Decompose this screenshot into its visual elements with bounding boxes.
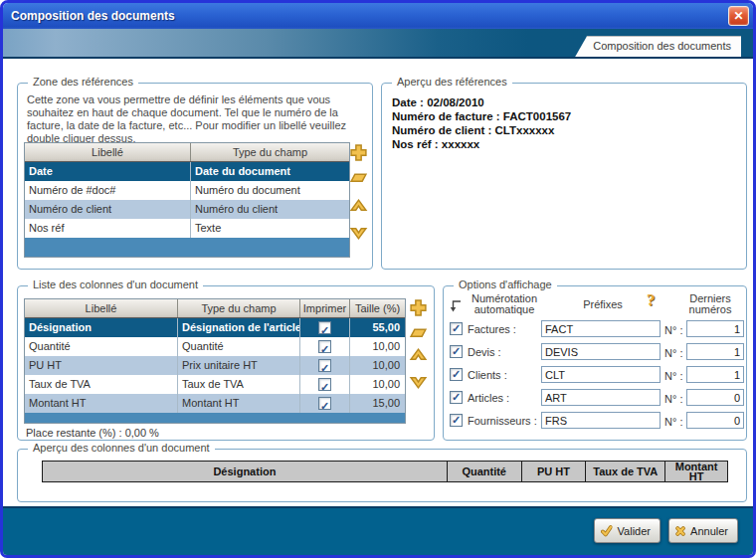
window-title: Composition des documents	[3, 9, 175, 23]
cell-type: Numéro du client	[190, 200, 349, 219]
clients-checkbox check-icon[interactable]	[450, 368, 463, 381]
references-table-header: Libellé Type du champ	[25, 143, 349, 162]
cell-libelle: Nos réf	[25, 219, 190, 238]
preview-col-pu-ht: PU HT	[521, 462, 586, 481]
remove-row-button minus-icon[interactable]	[349, 171, 368, 184]
valider-button[interactable]: Valider	[594, 518, 661, 543]
factures-prefix-input[interactable]	[541, 320, 661, 337]
col-header-type-du-champ: Type du champ	[177, 299, 299, 317]
clients-label: Clients :	[468, 368, 539, 383]
cell-libelle: Numéro de client	[25, 200, 190, 219]
print-checkbox check-icon[interactable]	[318, 378, 331, 391]
header-prefixes: Préfixes	[563, 299, 643, 310]
table-row[interactable]: Montant HT Montant HT 15,00	[25, 394, 405, 413]
articles-prefix-input[interactable]	[541, 389, 661, 406]
table-row[interactable]: Numéro de client Numéro du client	[25, 200, 349, 219]
group-zone-references: Zone des références Cette zone va vous p…	[17, 83, 373, 270]
references-table: Libellé Type du champ Date Date du docum…	[24, 142, 350, 258]
group-liste-colonnes-title: Liste des colonnes d'un document	[28, 279, 203, 290]
move-column-down-button down-chevron-icon[interactable]	[409, 372, 428, 391]
preview-line-numero-facture: Numéro de facture : FACT001567	[392, 109, 571, 123]
tab-composition-des-documents[interactable]: Composition des documents	[575, 36, 741, 57]
articles-number-input[interactable]	[686, 389, 744, 406]
check-icon	[601, 522, 613, 539]
columns-table-header: Libellé Type du champ Imprimer Taille (%…	[25, 299, 405, 318]
col-header-type-du-champ: Type du champ	[190, 143, 349, 161]
table-row[interactable]: Taux de TVA Taux de TVA 10,00	[25, 375, 405, 394]
close-button[interactable]: ✕	[728, 6, 749, 26]
numero-label: N° :	[664, 369, 682, 384]
cell-type: Date du document	[190, 162, 349, 181]
cell-type: Désignation de l'article	[177, 318, 299, 337]
add-column-button plus-icon[interactable]	[409, 298, 428, 317]
move-down-button down-chevron-icon[interactable]	[349, 223, 368, 242]
table-filler	[25, 238, 349, 257]
clients-number-input[interactable]	[686, 366, 744, 383]
annuler-button[interactable]: Annuler	[668, 518, 738, 543]
cell-libelle: Désignation	[25, 318, 177, 337]
fournisseurs-number-input[interactable]	[686, 412, 744, 429]
table-row[interactable]: Date Date du document	[25, 162, 349, 181]
banner: Composition des documents	[3, 29, 753, 59]
move-column-up-button up-chevron-icon[interactable]	[409, 346, 428, 365]
preview-line-numero-client: Numéro de client : CLTxxxxxx	[392, 123, 571, 137]
group-apercu-colonnes: Aperçu des colonnes d'un document Désign…	[17, 449, 747, 502]
group-options-affichage: Options d'affichage Numérotation automat…	[443, 285, 747, 441]
cell-imprimer	[299, 394, 349, 413]
cell-imprimer	[299, 337, 349, 356]
numero-label: N° :	[664, 346, 682, 361]
preview-line-date: Date : 02/08/2010	[392, 95, 571, 109]
factures-checkbox check-icon[interactable]	[450, 322, 463, 335]
cell-taille: 10,00	[349, 375, 405, 394]
print-checkbox check-icon[interactable]	[318, 359, 331, 372]
fournisseurs-checkbox check-icon[interactable]	[450, 414, 463, 427]
print-checkbox check-icon[interactable]	[318, 321, 331, 334]
clients-prefix-input[interactable]	[541, 366, 661, 383]
composition-documents-dialog: Composition des documents ✕ Composition …	[0, 0, 756, 558]
devis-checkbox check-icon[interactable]	[450, 345, 463, 358]
table-row[interactable]: Quantité Quantité 10,00	[25, 337, 405, 356]
preview-col-montant-ht: Montant HT	[664, 462, 727, 481]
table-row[interactable]: PU HT Prix unitaire HT 10,00	[25, 356, 405, 375]
table-row[interactable]: Désignation Désignation de l'article 55,…	[25, 318, 405, 337]
numero-label: N° :	[664, 415, 682, 430]
devis-label: Devis :	[468, 345, 539, 360]
add-row-button plus-icon[interactable]	[349, 143, 368, 162]
fournisseurs-prefix-input[interactable]	[541, 412, 661, 429]
devis-number-input[interactable]	[686, 343, 744, 360]
cross-icon	[675, 523, 685, 539]
place-restante-label: Place restante (%) : 0,00 %	[26, 427, 159, 439]
cell-type: Texte	[190, 219, 349, 238]
header-derniers-numeros: Derniers numéros	[678, 293, 742, 315]
remove-column-button minus-icon[interactable]	[409, 326, 428, 339]
col-header-imprimer: Imprimer	[299, 299, 349, 317]
header-numerotation-automatique: Numérotation automatique	[464, 293, 545, 315]
references-preview: Date : 02/08/2010 Numéro de facture : FA…	[392, 95, 571, 151]
print-checkbox check-icon[interactable]	[318, 340, 331, 353]
cell-type: Montant HT	[177, 394, 299, 413]
cell-imprimer	[299, 375, 349, 394]
footer-bar: Valider Annuler	[3, 506, 753, 555]
preview-col-designation: Désignation	[43, 462, 447, 481]
table-row[interactable]: Nos réf Texte	[25, 219, 349, 238]
cell-libelle: Taux de TVA	[25, 375, 177, 394]
cell-type: Prix unitaire HT	[177, 356, 299, 375]
cell-type: Taux de TVA	[177, 375, 299, 394]
factures-number-input[interactable]	[686, 320, 744, 337]
devis-prefix-input[interactable]	[541, 343, 661, 360]
cell-libelle: Quantité	[25, 337, 177, 356]
cell-libelle: Numéro de #doc#	[25, 181, 190, 200]
print-checkbox check-icon[interactable]	[318, 397, 331, 410]
help-icon[interactable]: ?	[647, 290, 656, 310]
cell-libelle: Date	[25, 162, 190, 181]
zone-references-description: Cette zone va vous permettre de définir …	[27, 93, 367, 145]
articles-checkbox check-icon[interactable]	[450, 391, 463, 404]
col-header-libelle: Libellé	[25, 299, 177, 317]
move-up-button up-chevron-icon[interactable]	[349, 197, 368, 216]
numero-label: N° :	[664, 392, 682, 407]
valider-label: Valider	[618, 525, 651, 537]
preview-col-taux-tva: Taux de TVA	[585, 462, 664, 481]
cell-imprimer	[299, 318, 349, 337]
col-header-taille: Taille (%)	[349, 299, 405, 317]
table-row[interactable]: Numéro de #doc# Numéro du document	[25, 181, 349, 200]
